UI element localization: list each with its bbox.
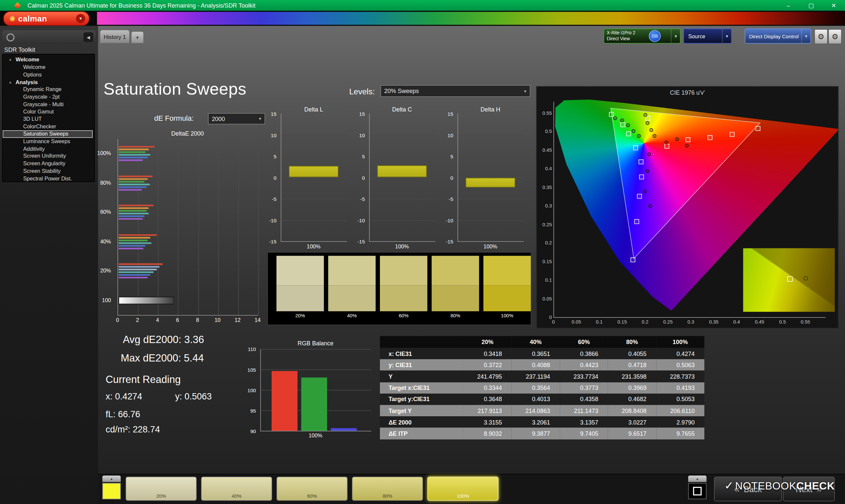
- bottom-bar: ▲ 20%40%60%80%100% ▲ « Back Next » ✓ NOT…: [98, 474, 845, 504]
- rgb-plot: [261, 349, 371, 431]
- bottom-swatch-40%[interactable]: 40%: [201, 476, 272, 501]
- measured-point-marker: [613, 116, 617, 120]
- source-dropdown[interactable]: Source ▼: [683, 29, 732, 44]
- deltae-plot: [118, 139, 258, 316]
- minimize-button[interactable]: –: [777, 0, 800, 11]
- deltae-bar: [119, 213, 148, 214]
- deltae-bar: [119, 242, 152, 244]
- measured-point-marker: [646, 169, 649, 173]
- maximize-button[interactable]: ▢: [800, 0, 823, 11]
- deltae-bar: [119, 154, 151, 156]
- avg-de2000: Avg dE2000: 3.36: [123, 334, 204, 346]
- sidebar-item-saturation-sweeps[interactable]: Saturation Sweeps: [3, 130, 93, 138]
- y-tick-label: 100: [248, 387, 256, 393]
- sidebar-item-welcome[interactable]: Welcome: [3, 63, 94, 71]
- de-formula-label: dE Formula:: [154, 114, 194, 122]
- target-point-marker: [620, 122, 625, 127]
- sidebar-item-spectral-power-dist[interactable]: Spectral Power Dist.: [3, 175, 94, 182]
- de-formula-dropdown[interactable]: 2000 ▼: [208, 113, 265, 124]
- deltae-bar: [119, 234, 156, 236]
- table-header: 100%: [656, 336, 704, 348]
- deltae-bar: [119, 274, 151, 276]
- sidebar-item-luminance-sweeps[interactable]: Luminance Sweeps: [3, 138, 94, 145]
- title-bar: Calman 2025 Calman Ultimate for Business…: [0, 0, 845, 11]
- table-cell: 9.7655: [656, 428, 704, 439]
- y-tick-label: -10: [446, 217, 453, 223]
- delta-l-title: Delta L: [281, 106, 347, 113]
- cie-1976-panel: CIE 1976 u'v' 00.050.10.150.20.250.30.35…: [536, 86, 839, 328]
- display-control-dropdown[interactable]: Direct Display Control ▼: [745, 29, 811, 44]
- y-tick-label: 0.05: [538, 296, 551, 301]
- close-button[interactable]: ✕: [822, 0, 845, 11]
- sidebar-item-grayscale-2pt[interactable]: Grayscale - 2pt: [3, 93, 94, 101]
- logo-dropdown-arrow-icon[interactable]: ▼: [76, 14, 85, 23]
- target-point-marker: [685, 138, 690, 143]
- patch-tab-button[interactable]: ▲: [102, 475, 121, 482]
- sidebar-item-screen-stability[interactable]: Screen Stability: [3, 167, 94, 175]
- y-tick-label: 100%: [98, 150, 111, 156]
- y-tick-label: -15: [269, 238, 276, 245]
- sidebar-item-options[interactable]: Options: [3, 71, 94, 78]
- sidebar-item-color-gamut[interactable]: Color Gamut: [3, 108, 94, 115]
- bottom-swatch-20%[interactable]: 20%: [125, 476, 197, 501]
- table-row-label: Target x:CIE31: [380, 382, 463, 394]
- bottom-swatch-60%[interactable]: 60%: [277, 476, 348, 501]
- table-header: 40%: [512, 336, 560, 348]
- pattern-window-button[interactable]: [688, 483, 707, 499]
- current-x: x: 0.4274: [106, 392, 142, 402]
- y-tick-label: -5: [448, 196, 453, 202]
- sidebar-collapse-button[interactable]: ◀: [84, 32, 93, 42]
- display-dropdown-arrow-icon[interactable]: ▼: [802, 29, 811, 43]
- sidebar-item-screen-angularity[interactable]: Screen Angularity: [3, 160, 94, 167]
- meter-dropdown-arrow-icon[interactable]: ▼: [671, 29, 680, 43]
- sidebar-item-grayscale-multi[interactable]: Grayscale - Multi: [3, 101, 94, 108]
- bottom-swatch-100%[interactable]: 100%: [427, 476, 499, 501]
- sidebar-item-3d-lut[interactable]: 3D LUT: [3, 115, 94, 123]
- y-tick-label: -5: [360, 196, 365, 202]
- measured-point-marker: [632, 129, 635, 133]
- source-dropdown-arrow-icon[interactable]: ▼: [722, 29, 732, 43]
- gridline: [261, 370, 371, 370]
- inset-measured-marker: [804, 276, 808, 281]
- y-tick-label: -10: [269, 217, 276, 223]
- workflow-settings-gear-button[interactable]: ⚙: [828, 29, 842, 44]
- actual-swatch: [483, 256, 531, 286]
- tree-section-1[interactable]: ▴Analysis: [3, 78, 94, 86]
- deltae-bar: [119, 146, 155, 148]
- workflow-icon: [6, 33, 15, 41]
- rgb-balance-title: RGB Balance: [261, 340, 371, 346]
- table-cell: 3.2061: [512, 416, 560, 428]
- delta-c-title: Delta C: [369, 106, 435, 113]
- tree-section-0[interactable]: ▴Welcome: [3, 56, 94, 64]
- pattern-tab-button[interactable]: ▲: [688, 475, 707, 482]
- levels-dropdown[interactable]: 20% Sweeps ▼: [381, 85, 530, 97]
- gridline: [458, 199, 524, 199]
- tab-add-button[interactable]: +: [131, 32, 143, 43]
- x-tick-label: 0.4: [728, 319, 745, 325]
- app-window: Calman 2025 Calman Ultimate for Business…: [0, 0, 845, 504]
- y-tick-label: -15: [357, 238, 365, 245]
- table-row-label: Target y:CIE31: [380, 394, 463, 405]
- gridline: [261, 349, 371, 349]
- y-tick-label: 10: [359, 132, 365, 138]
- gridline: [370, 220, 435, 221]
- settings-gear-button[interactable]: ⚙: [814, 29, 828, 44]
- sidebar-item-dynamic-range[interactable]: Dynamic Range: [3, 86, 94, 93]
- y-tick-label: 0.45: [538, 147, 551, 153]
- bottom-swatch-80%[interactable]: 80%: [352, 476, 423, 501]
- table-cell: 3.3155: [463, 416, 512, 428]
- sidebar-item-colorchecker[interactable]: ColorChecker: [3, 123, 94, 131]
- sidebar-item-screen-uniformity[interactable]: Screen Uniformity: [3, 153, 94, 160]
- delta-l-y-labels: 151050-5-10-15: [261, 113, 279, 241]
- table-row-label: Target Y: [380, 405, 463, 417]
- tab-history[interactable]: History 1: [100, 30, 129, 43]
- y-tick-label: 40%: [100, 238, 111, 245]
- meter-dropdown[interactable]: X-Rite i1Pro 2 Direct View 235 ▼: [604, 29, 681, 44]
- table-cell: 206.6110: [656, 405, 704, 417]
- delta-c-y-labels: 151050-5-10-15: [350, 113, 367, 241]
- sidebar-item-additivity[interactable]: Additivity: [3, 145, 94, 153]
- calman-logo-button[interactable]: ✺ calman ▼: [3, 11, 89, 26]
- table-row-label: x: CIE31: [380, 348, 463, 360]
- target-point-marker: [665, 144, 670, 149]
- table-cell: 0.3651: [512, 348, 560, 360]
